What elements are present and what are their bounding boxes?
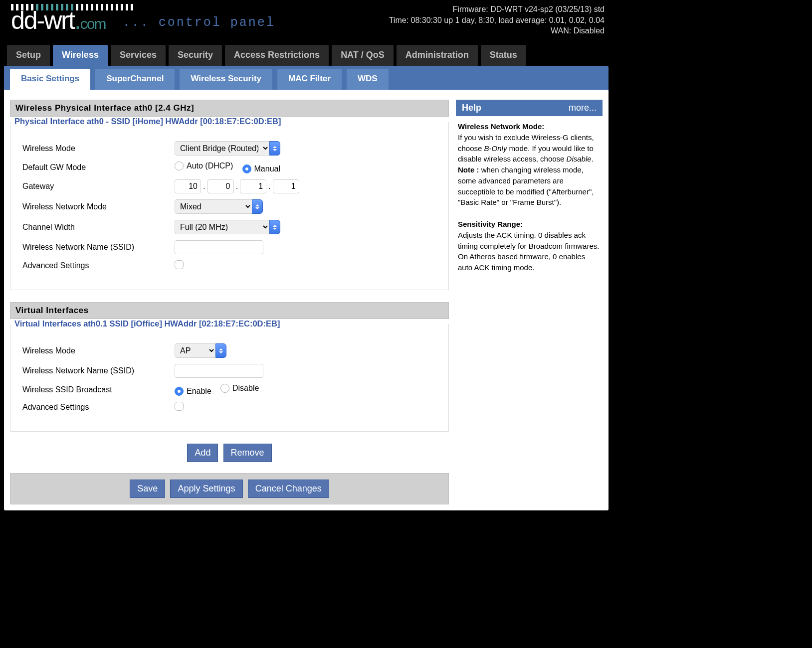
cancel-button[interactable]: Cancel Changes <box>248 480 329 498</box>
firmware-line: Firmware: DD-WRT v24-sp2 (03/25/13) std <box>389 4 605 15</box>
help-heading-1: Wireless Network Mode: <box>458 122 544 131</box>
section-physical-title: Wireless Physical Interface ath0 [2.4 GH… <box>10 100 449 117</box>
help-title: Help <box>462 103 481 113</box>
tab-status[interactable]: Status <box>481 45 526 66</box>
tab-nat-qos[interactable]: NAT / QoS <box>332 45 394 66</box>
select-arrow-icon[interactable] <box>269 141 280 156</box>
wan-line: WAN: Disabled <box>389 25 605 36</box>
help-header: Help more... <box>456 100 603 116</box>
subtab-mac-filter[interactable]: MAC Filter <box>277 69 342 90</box>
tab-access-restrictions[interactable]: Access Restrictions <box>225 45 329 66</box>
channel-width-select[interactable]: Full (20 MHz) <box>175 220 269 234</box>
gateway-octet-4[interactable] <box>273 179 299 193</box>
virtual-advanced-settings-checkbox[interactable] <box>175 402 184 411</box>
subtab-superchannel[interactable]: SuperChannel <box>95 69 175 90</box>
network-mode-select[interactable]: Mixed <box>175 199 252 214</box>
gw-auto-radio[interactable]: Auto (DHCP) <box>175 162 233 170</box>
select-arrow-icon[interactable] <box>252 199 263 214</box>
advanced-settings-checkbox[interactable] <box>175 260 184 269</box>
gw-manual-radio[interactable]: Manual <box>242 164 280 173</box>
subtab-wds[interactable]: WDS <box>347 69 389 90</box>
save-button[interactable]: Save <box>130 480 165 498</box>
section-virtual-title: Virtual Interfaces <box>10 302 449 319</box>
apply-button[interactable]: Apply Settings <box>170 480 242 498</box>
main-tabs: Setup Wireless Services Security Access … <box>4 45 609 66</box>
virtual-advanced-settings-label: Advanced Settings <box>22 403 175 412</box>
advanced-settings-label: Advanced Settings <box>22 261 175 270</box>
header-status: Firmware: DD-WRT v24-sp2 (03/25/13) std … <box>389 4 605 36</box>
tab-security[interactable]: Security <box>169 45 222 66</box>
sub-tabs: Basic Settings SuperChannel Wireless Sec… <box>4 66 609 90</box>
subtab-wireless-security[interactable]: Wireless Security <box>180 69 272 90</box>
virtual-wireless-mode-select[interactable]: AP <box>175 343 215 358</box>
help-text: If you wish to exclude Wireless-G client… <box>458 133 594 163</box>
ssid-input[interactable] <box>175 240 263 254</box>
gateway-octet-2[interactable] <box>207 179 234 193</box>
broadcast-enable-radio[interactable]: Enable <box>175 387 211 396</box>
network-mode-label: Wireless Network Mode <box>22 202 175 211</box>
help-text-2: Adjusts the ACK timing. 0 disables ack t… <box>458 231 599 272</box>
virtual-ssid-input[interactable] <box>175 364 263 378</box>
remove-button[interactable]: Remove <box>223 444 272 462</box>
physical-interface-group: Physical Interface ath0 - SSID [iHome] H… <box>10 117 449 290</box>
gateway-label: Gateway <box>22 182 175 191</box>
gateway-octet-1[interactable] <box>175 179 201 193</box>
virtual-interface-legend: Virtual Interfaces ath0.1 SSID [iOffice]… <box>11 319 283 328</box>
wireless-mode-label: Wireless Mode <box>22 144 175 153</box>
wireless-mode-select[interactable]: Client Bridge (Routed) <box>175 141 269 156</box>
tab-services[interactable]: Services <box>111 45 166 66</box>
channel-width-label: Channel Width <box>22 223 175 232</box>
subtab-basic-settings[interactable]: Basic Settings <box>10 69 90 90</box>
physical-interface-legend: Physical Interface ath0 - SSID [iHome] H… <box>11 117 284 126</box>
select-arrow-icon[interactable] <box>269 220 280 234</box>
virtual-ssid-label: Wireless Network Name (SSID) <box>22 366 175 375</box>
virtual-wireless-mode-label: Wireless Mode <box>22 346 175 355</box>
broadcast-disable-radio[interactable]: Disable <box>220 384 259 393</box>
help-note-label: Note : <box>458 165 479 174</box>
logo-text: dd-wrt.com <box>11 6 106 34</box>
tab-wireless[interactable]: Wireless <box>53 45 108 66</box>
virtual-interface-group: Virtual Interfaces ath0.1 SSID [iOffice]… <box>10 319 449 432</box>
time-line: Time: 08:30:30 up 1 day, 8:30, load aver… <box>389 15 605 26</box>
ssid-broadcast-label: Wireless SSID Broadcast <box>22 385 175 394</box>
default-gw-mode-label: Default GW Mode <box>22 163 175 172</box>
help-heading-2: Sensitivity Range: <box>458 220 523 228</box>
tab-setup[interactable]: Setup <box>7 45 50 66</box>
help-more-link[interactable]: more... <box>569 103 597 113</box>
tagline: ... control panel <box>123 15 275 30</box>
gateway-octet-3[interactable] <box>240 179 266 193</box>
tab-administration[interactable]: Administration <box>397 45 478 66</box>
select-arrow-icon[interactable] <box>215 343 226 358</box>
add-button[interactable]: Add <box>187 444 218 462</box>
ssid-label: Wireless Network Name (SSID) <box>22 243 175 252</box>
